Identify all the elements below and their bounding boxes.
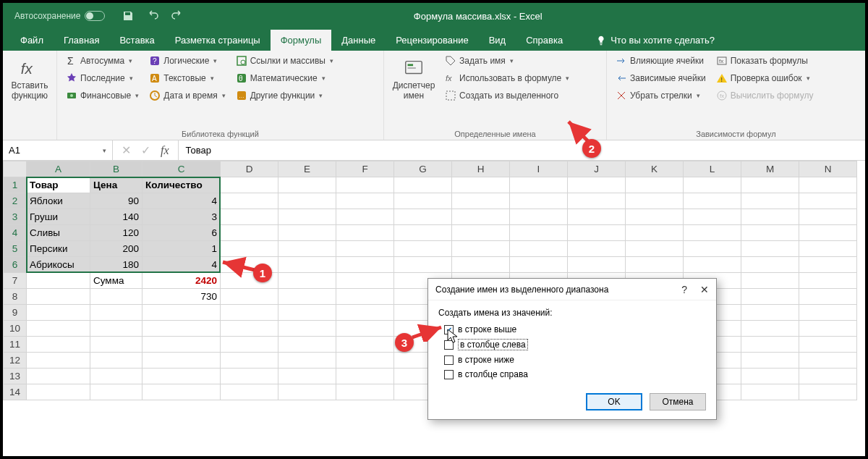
close-icon[interactable]: ✕ — [700, 284, 709, 295]
use-in-formula-button[interactable]: fxИспользовать в формуле▾ — [442, 71, 572, 85]
cell[interactable] — [221, 241, 278, 257]
cell[interactable] — [741, 225, 799, 241]
cell[interactable] — [142, 305, 221, 321]
tab-formulas[interactable]: Формулы — [271, 30, 332, 51]
cell[interactable] — [278, 337, 336, 353]
cell[interactable]: Персики — [27, 241, 90, 257]
undo-icon[interactable] — [147, 10, 158, 22]
column-header[interactable]: A — [27, 161, 90, 177]
cell[interactable] — [278, 273, 336, 289]
cell[interactable]: Яблоки — [27, 193, 90, 209]
cell[interactable] — [336, 384, 394, 400]
tab-data[interactable]: Данные — [331, 30, 386, 51]
cell[interactable] — [27, 337, 90, 353]
column-header[interactable]: I — [510, 161, 568, 177]
cell[interactable] — [221, 353, 278, 369]
show-formulas-button[interactable]: fxПоказать формулы — [713, 54, 817, 68]
math-button[interactable]: θМатематические▾ — [233, 71, 336, 85]
ok-button[interactable]: OK — [586, 393, 642, 410]
cell[interactable] — [221, 384, 278, 400]
cell[interactable] — [568, 193, 626, 209]
cell[interactable] — [741, 273, 799, 289]
name-box[interactable]: A1 ▾ — [3, 140, 113, 160]
column-header[interactable]: M — [741, 161, 799, 177]
cell[interactable] — [278, 369, 336, 384]
cell[interactable] — [510, 225, 568, 241]
tab-file[interactable]: Файл — [10, 30, 54, 51]
row-header[interactable]: 13 — [4, 369, 27, 384]
cell[interactable] — [452, 225, 510, 241]
cell[interactable] — [799, 384, 857, 400]
cell[interactable] — [684, 177, 741, 193]
cell[interactable] — [626, 209, 684, 225]
cell[interactable] — [452, 209, 510, 225]
tab-page-layout[interactable]: Разметка страницы — [165, 30, 271, 51]
column-header[interactable]: F — [336, 161, 394, 177]
select-all-corner[interactable] — [4, 161, 27, 177]
cell[interactable] — [90, 369, 142, 384]
cell[interactable] — [394, 177, 452, 193]
cell[interactable] — [799, 273, 857, 289]
cell[interactable] — [626, 177, 684, 193]
row-header[interactable]: 9 — [4, 305, 27, 321]
cell[interactable] — [278, 353, 336, 369]
cell[interactable] — [27, 273, 90, 289]
cell[interactable] — [221, 305, 278, 321]
cell[interactable]: 730 — [142, 289, 221, 305]
cell[interactable] — [799, 305, 857, 321]
cell[interactable] — [741, 384, 799, 400]
tab-review[interactable]: Рецензирование — [386, 30, 478, 51]
cell[interactable] — [799, 353, 857, 369]
cell[interactable] — [684, 257, 741, 273]
cell[interactable] — [452, 241, 510, 257]
error-checking-button[interactable]: !Проверка ошибок▾ — [713, 71, 817, 85]
tab-insert[interactable]: Вставка — [109, 30, 164, 51]
cell[interactable] — [336, 369, 394, 384]
cell[interactable] — [510, 257, 568, 273]
cell[interactable] — [278, 225, 336, 241]
lookup-button[interactable]: Ссылки и массивы▾ — [233, 54, 336, 68]
cell[interactable] — [27, 305, 90, 321]
cell[interactable] — [27, 321, 90, 337]
autosave-toggle[interactable]: Автосохранение — [14, 11, 105, 21]
cell[interactable] — [741, 353, 799, 369]
tab-help[interactable]: Справка — [516, 30, 573, 51]
trace-dependents-button[interactable]: Зависимые ячейки — [613, 71, 709, 85]
column-header[interactable]: C — [142, 161, 221, 177]
cell[interactable] — [452, 193, 510, 209]
cell[interactable] — [278, 193, 336, 209]
cell[interactable]: 4 — [142, 257, 221, 273]
cell[interactable] — [221, 369, 278, 384]
cell[interactable] — [221, 209, 278, 225]
column-header[interactable]: H — [452, 161, 510, 177]
cell[interactable] — [510, 209, 568, 225]
cell[interactable] — [626, 225, 684, 241]
cell[interactable] — [799, 209, 857, 225]
cell[interactable] — [510, 193, 568, 209]
cell[interactable]: 120 — [90, 225, 142, 241]
logical-button[interactable]: ?Логические▾ — [146, 54, 228, 68]
cell[interactable] — [394, 241, 452, 257]
cell[interactable] — [221, 177, 278, 193]
cell[interactable] — [741, 337, 799, 353]
row-header[interactable]: 4 — [4, 225, 27, 241]
cell[interactable] — [90, 321, 142, 337]
cell[interactable]: Сливы — [27, 225, 90, 241]
tab-view[interactable]: Вид — [479, 30, 516, 51]
cell[interactable] — [799, 241, 857, 257]
formula-input[interactable]: Товар — [179, 140, 865, 160]
cell[interactable] — [799, 177, 857, 193]
row-header[interactable]: 5 — [4, 241, 27, 257]
cell[interactable]: 3 — [142, 209, 221, 225]
cell[interactable] — [394, 209, 452, 225]
help-icon[interactable]: ? — [681, 284, 687, 295]
cell[interactable]: 180 — [90, 257, 142, 273]
cell[interactable]: 2420 — [142, 273, 221, 289]
cell[interactable] — [278, 321, 336, 337]
cell[interactable] — [741, 369, 799, 384]
row-header[interactable]: 11 — [4, 337, 27, 353]
row-header[interactable]: 8 — [4, 289, 27, 305]
cell[interactable]: 200 — [90, 241, 142, 257]
autosum-button[interactable]: ΣАвтосумма▾ — [63, 54, 142, 68]
financial-button[interactable]: Финансовые▾ — [63, 88, 142, 103]
